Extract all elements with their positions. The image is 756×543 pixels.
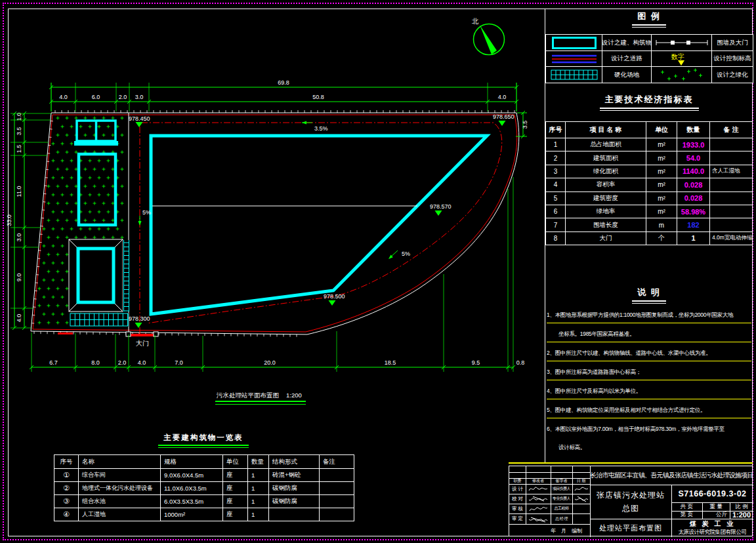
- road-centerline: [140, 123, 502, 334]
- elevation-marker: [435, 211, 442, 216]
- dim-label: 6.7: [49, 359, 58, 366]
- plant-fence: [151, 136, 487, 314]
- buildings-cell: 综合车间: [78, 468, 160, 481]
- buildings-cell: 碳钢防腐: [268, 494, 319, 508]
- indicator-cell: 4: [546, 178, 565, 191]
- dim-label: 6.0: [92, 94, 100, 100]
- elevation-label: 978.650: [493, 113, 514, 120]
- indicators-header: 项 目 名 称: [565, 122, 646, 138]
- dim-label: 20.0: [264, 359, 276, 366]
- role-checker: 校 对: [509, 494, 526, 504]
- station-name: 张店镇污水处理站 总图: [590, 485, 671, 519]
- kg-label: 公斤: [702, 511, 730, 519]
- note-line: 5、图中建、构筑物定位采用坐标及相对尺寸相结合方式进行定位。: [547, 399, 751, 418]
- north-needle: [480, 25, 497, 54]
- note-line: 6、本图以室外地面为7.00m，相当于绝对标高978.30m，室外地坪需整平至: [547, 418, 751, 437]
- buildings-cell: 座: [222, 508, 247, 521]
- drawing-sheet: 大门 北 污水处理站平面布置图 1:200 69.84.06.02.03.050…: [0, 0, 756, 543]
- indicators-header: 序号: [546, 122, 565, 138]
- dim-label: 4.0: [138, 359, 146, 366]
- legend-symbol-hardened-ground: [546, 66, 602, 83]
- buildings-table: 序号名称规格单位数量结构形式备注①综合车间9.0X6.0X4.5m座1砖混+钢砼…: [54, 454, 354, 521]
- legend-title: 图 例: [547, 10, 751, 26]
- indicator-cell: 建筑面积: [565, 151, 646, 164]
- buildings-cell: ③: [54, 494, 78, 508]
- dim-label: 4.0: [16, 314, 22, 323]
- note-line: 坐标系。1985年国家高程基准。: [547, 323, 751, 342]
- indicator-cell: 3: [546, 165, 565, 178]
- buildings-cell: [319, 468, 354, 481]
- dim-label: 11.0: [16, 186, 22, 197]
- sign-header-signer: 签字者: [551, 478, 572, 484]
- buildings-cell: 1: [247, 508, 268, 521]
- dim-label: 1.5: [16, 145, 22, 153]
- dim-label: 7.0: [175, 359, 183, 366]
- legend-symbol-design-building: [546, 35, 602, 50]
- note-line: 1、本图地形系根据甲方提供的1:1000地形图复制而成，坐标为2000年国家大地: [547, 304, 751, 323]
- building-equipment: [79, 154, 116, 225]
- signature: [526, 513, 551, 524]
- legend-label: 设计之建、构筑物: [602, 35, 651, 50]
- slope-label: 5%: [142, 209, 151, 216]
- elevation-label: 978.300: [129, 315, 150, 322]
- buildings-cell: ②: [54, 481, 78, 494]
- buildings-cell: 座: [222, 468, 247, 481]
- buildings-cell: 碳钢防腐: [268, 481, 319, 494]
- indicators-header: 单位: [646, 122, 677, 138]
- notes-title: 说 明: [547, 287, 751, 302]
- indicators-header: 数量: [677, 122, 709, 138]
- indicator-cell: 4.0m宽电动伸缩门: [709, 231, 752, 245]
- scale-value: 1:200: [730, 511, 753, 519]
- dim-label: 3.5: [16, 127, 22, 136]
- elevation-marker: [135, 323, 142, 328]
- note-line: 4、图中所注尺寸及标高均以米为单位。: [547, 380, 751, 399]
- plan-caption-scale: 1:200: [286, 392, 302, 399]
- note-line: 2、图中所注尺寸以建、构筑物轴线、道路中心线、水渠中心线为准。: [547, 342, 751, 361]
- indicator-cell: 5: [546, 191, 565, 205]
- indicator-cell: 大门: [565, 231, 646, 245]
- legend-label: 设计之道路: [602, 50, 651, 66]
- indicator-cell: 建筑密度: [565, 191, 646, 205]
- building-workshop: [74, 121, 118, 146]
- plan-caption: 污水处理站平面布置图 1:200: [215, 392, 306, 405]
- signature-date: [572, 484, 590, 494]
- dim-label: 8.0: [91, 359, 100, 366]
- elevation-marker: [329, 300, 336, 306]
- buildings-cell: 1: [247, 494, 268, 508]
- role-general-manager: 总 经 理: [551, 513, 572, 524]
- buildings-cell: 9.0X6.0X4.5m: [160, 468, 222, 481]
- buildings-cell: 11.0X6.0X3.5m: [160, 481, 222, 494]
- buildings-cell: [319, 494, 354, 508]
- buildings-cell: 座: [222, 494, 247, 508]
- buildings-cell: 1000m²: [160, 508, 222, 521]
- buildings-cell: 人工湿地: [78, 508, 160, 521]
- role-designer: 设 计: [509, 484, 526, 494]
- legend-label: 设计之绿化: [711, 66, 753, 83]
- indicator-cell: [709, 218, 752, 231]
- indicator-cell: 6: [546, 205, 565, 218]
- title-block: 职责 修改者 签字者 日 期 设 计 校 对 审 核 审 定 项目负责人 专业负…: [509, 466, 753, 536]
- north-label: 北: [472, 18, 479, 25]
- indicator-qty: 182: [677, 218, 709, 231]
- project-title: 长治市屯留区丰宜镇、吾元镇及张店镇生活污水处理设施项目: [590, 466, 753, 485]
- buildings-header: 名称: [78, 455, 160, 468]
- buildings-cell: 组合水池: [78, 494, 160, 508]
- indicator-cell: m²: [646, 151, 677, 164]
- indicator-cell: 1: [546, 138, 565, 151]
- indicator-cell: 围墙长度: [565, 218, 646, 231]
- dim-label: 4.0: [498, 94, 507, 100]
- buildings-cell: 1: [247, 481, 268, 494]
- role-reviewer: 审 核: [509, 504, 526, 513]
- dim-label: 18.5: [385, 359, 396, 366]
- legend-symbol-design-greenery: [651, 66, 711, 83]
- buildings-cell: 1: [247, 468, 268, 481]
- dim-label: 0.8: [516, 359, 525, 366]
- weight-label: 重 量: [702, 502, 730, 511]
- indicators-title: 主要技术经济指标表: [547, 94, 751, 109]
- indicator-cell: [709, 178, 752, 191]
- buildings-header: 单位: [222, 455, 247, 468]
- legend-symbol-design-elevation: 数字: [651, 50, 711, 66]
- indicator-cell: 7: [546, 218, 565, 231]
- dim-left-total: 33.0: [6, 214, 12, 226]
- buildings-cell: ④: [54, 508, 78, 521]
